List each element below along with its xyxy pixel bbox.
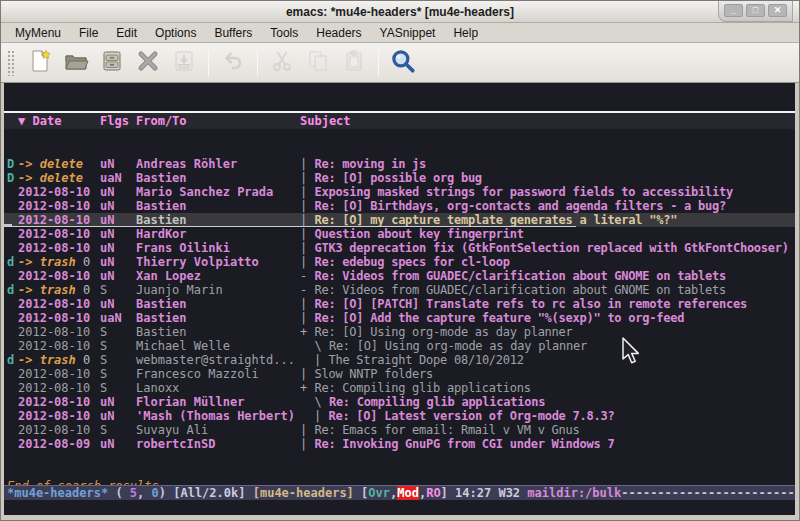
message-row[interactable]: D-> deleteuNAndreas Röhler| Re: moving i…: [4, 157, 795, 171]
message-date: 2012-08-10: [18, 269, 100, 283]
message-subject: | Exposing masked strings for password f…: [300, 185, 795, 199]
menu-item-help[interactable]: Help: [444, 24, 487, 42]
menu-item-options[interactable]: Options: [146, 24, 205, 42]
menu-item-headers[interactable]: Headers: [307, 24, 370, 42]
message-mark: [4, 227, 18, 241]
message-row[interactable]: 2012-08-10uNBastien| Re: [O] my capture …: [4, 213, 795, 227]
thread-indicator: |: [300, 437, 314, 451]
message-date: 2012-08-10: [18, 409, 100, 423]
message-row[interactable]: 2012-08-10uNXan Lopez- Re: Videos from G…: [4, 269, 795, 283]
mode-line[interactable]: *mu4e-headers* ( 5, 0) [All/2.0k] [mu4e-…: [4, 485, 795, 500]
menu-item-mymenu[interactable]: MyMenu: [6, 24, 70, 42]
message-row[interactable]: 2012-08-10uNFrans Oilinki| GTK3 deprecat…: [4, 241, 795, 255]
message-flags: S: [100, 367, 136, 381]
message-row[interactable]: d-> trash 0SJuanjo Marin- Re: Videos fro…: [4, 283, 795, 297]
message-mark: [4, 325, 18, 339]
message-row[interactable]: 2012-08-10uNBastien| Re: [O] Birthdays, …: [4, 199, 795, 213]
message-mark: [4, 185, 18, 199]
new-file-button[interactable]: [22, 47, 58, 79]
message-row[interactable]: 2012-08-10uN'Mash (Thomas Herbert)| Re: …: [4, 409, 795, 423]
directory-button[interactable]: [94, 47, 130, 79]
message-row[interactable]: 2012-08-10uaNBastien| Re: [O] Add the ca…: [4, 311, 795, 325]
message-subject: | Re: Invoking GnuPG from CGI under Wind…: [300, 437, 795, 451]
message-from: Francesco Mazzoli: [136, 367, 300, 381]
cut-button[interactable]: [264, 47, 300, 79]
message-row[interactable]: D-> deleteuaNBastien| Re: [O] possible o…: [4, 171, 795, 185]
menu-item-tools[interactable]: Tools: [261, 24, 307, 42]
message-mark: [4, 269, 18, 283]
message-from: Michael Welle: [136, 339, 300, 353]
message-mark: [4, 423, 18, 437]
message-date: 2012-08-10: [18, 325, 100, 339]
new-file-icon: [27, 48, 53, 78]
menu-item-yasnippet[interactable]: YASnippet: [371, 24, 445, 42]
copy-button[interactable]: [300, 47, 336, 79]
message-mark: d: [4, 283, 18, 297]
message-row[interactable]: 2012-08-09uNrobertcInSD| Re: Invoking Gn…: [4, 437, 795, 451]
message-date: 2012-08-09: [18, 437, 100, 451]
menu-item-buffers[interactable]: Buffers: [205, 24, 261, 42]
message-subject: | Re: [O] my capture template generates …: [300, 213, 795, 227]
toolbar-separator: [257, 50, 258, 76]
thread-indicator: |: [300, 297, 314, 311]
modeline-segment: [All/2.0k]: [173, 486, 252, 500]
message-date: 2012-08-10: [18, 227, 100, 241]
close-button[interactable]: ✕: [768, 4, 787, 17]
message-mark: D: [4, 171, 18, 185]
message-row[interactable]: 2012-08-10uNFlorian Müllner \ Re: Compil…: [4, 395, 795, 409]
message-from: Juanjo Marin: [136, 283, 300, 297]
thread-indicator: |: [314, 353, 328, 367]
message-row[interactable]: 2012-08-10SMichael Welle \ Re: [O] Using…: [4, 339, 795, 353]
undo-button[interactable]: [215, 47, 251, 79]
search-button[interactable]: [385, 47, 421, 79]
message-row[interactable]: 2012-08-10uNBastien| Re: [O] [PATCH] Tra…: [4, 297, 795, 311]
message-subject: | The Straight Dope 08/10/2012: [314, 353, 795, 367]
modeline-segment: 14:27 W32: [455, 486, 527, 500]
save-button[interactable]: [166, 47, 202, 79]
message-subject: \ Re: [O] Using org-mode as day planner: [300, 339, 795, 353]
message-flags: uN: [100, 185, 136, 199]
message-subject: | Question about key fingerprint: [300, 227, 795, 241]
maximize-button[interactable]: □: [746, 4, 765, 17]
menu-item-edit[interactable]: Edit: [107, 24, 146, 42]
message-row[interactable]: 2012-08-10uNMario Sanchez Prada| Exposin…: [4, 185, 795, 199]
toolbar-separator: [208, 50, 209, 76]
message-subject: | Re: [O] Add the capture feature "%(sex…: [300, 311, 795, 325]
message-from: Lanoxx: [136, 381, 300, 395]
message-date: 2012-08-10: [18, 297, 100, 311]
menu-item-file[interactable]: File: [70, 24, 107, 42]
message-date: 2012-08-10: [18, 311, 100, 325]
message-row[interactable]: d-> trash 0Swebmaster@straightd...| The …: [4, 353, 795, 367]
message-from: 'Mash (Thomas Herbert): [136, 409, 314, 423]
open-file-button[interactable]: [58, 47, 94, 79]
message-date: 2012-08-10: [18, 199, 100, 213]
message-from: HardKor: [136, 227, 300, 241]
column-from: From/To: [136, 113, 300, 129]
message-flags: uN: [100, 199, 136, 213]
message-subject: - Re: Videos from GUADEC/clarification a…: [300, 269, 795, 283]
message-mark: [4, 311, 18, 325]
message-row[interactable]: 2012-08-10SLanoxx+ Re: Compiling glib ap…: [4, 381, 795, 395]
message-row[interactable]: 2012-08-10SFrancesco Mazzoli| Slow NNTP …: [4, 367, 795, 381]
message-row[interactable]: 2012-08-10SSuvayu Ali| Re: Emacs for ema…: [4, 423, 795, 437]
thread-indicator: +: [300, 325, 314, 339]
message-row[interactable]: d-> trash 0uNThierry Volpiatto| Re: edeb…: [4, 255, 795, 269]
message-subject: | Re: [O] Birthdays, org-contacts and ag…: [300, 199, 795, 213]
message-row[interactable]: 2012-08-10uNHardKor| Question about key …: [4, 227, 795, 241]
sort-indicator-icon: ▼: [18, 114, 25, 128]
thread-indicator: |: [300, 199, 314, 213]
message-row[interactable]: 2012-08-10SBastien+ Re: [O] Using org-mo…: [4, 325, 795, 339]
headers-column-header: ▼ Date Flgs From/To Subject: [4, 111, 795, 129]
minimize-button[interactable]: _: [724, 4, 743, 17]
message-flags: uN: [100, 227, 136, 241]
kill-buffer-button[interactable]: [130, 47, 166, 79]
message-mark: [4, 381, 18, 395]
message-flags: uN: [100, 157, 136, 171]
message-mark: [4, 395, 18, 409]
toolbar-grip[interactable]: [7, 50, 15, 76]
message-list: D-> deleteuNAndreas Röhler| Re: moving i…: [4, 157, 795, 451]
paste-button[interactable]: [336, 47, 372, 79]
message-subject: | Re: [O] Latest version of Org-mode 7.8…: [314, 409, 795, 423]
thread-indicator: |: [300, 171, 314, 185]
thread-indicator: |: [300, 255, 314, 269]
